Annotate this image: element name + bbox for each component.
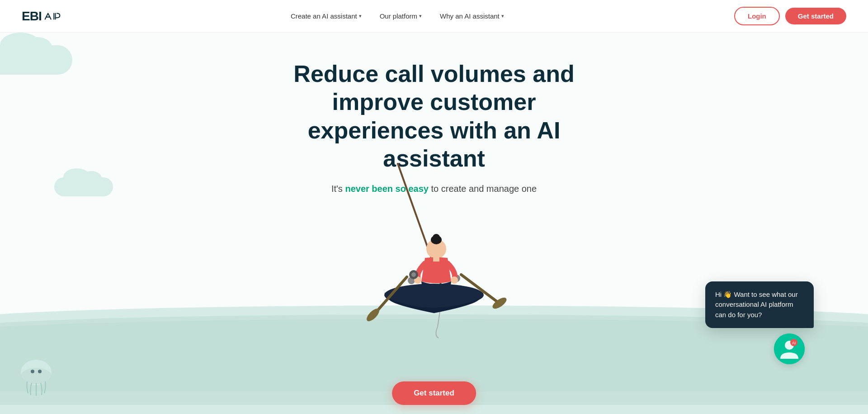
header: EBI Create an AI assistant ▾ Our platfor… [0, 0, 868, 33]
logo[interactable]: EBI [22, 9, 61, 24]
jellyfish-decoration [18, 358, 54, 400]
main-content: Reduce call volumes and improve customer… [0, 33, 868, 414]
header-actions: Login Get started [734, 7, 846, 25]
get-started-button[interactable]: Get started [785, 8, 846, 24]
logo-text: EBI [22, 9, 42, 24]
svg-point-27 [38, 370, 42, 373]
chat-bubble: Hi 👋 Want to see what our conversational… [705, 281, 814, 328]
logo-icon [44, 11, 61, 22]
svg-rect-15 [433, 257, 439, 262]
chevron-down-icon: ▾ [501, 13, 504, 19]
nav-create-ai-assistant[interactable]: Create an AI assistant ▾ [283, 9, 369, 24]
cta-area: Get started [392, 381, 476, 405]
hero-cta-button[interactable]: Get started [392, 381, 476, 405]
svg-point-26 [31, 370, 34, 373]
nav-our-platform[interactable]: Our platform ▾ [373, 9, 429, 24]
hero-illustration [339, 137, 529, 318]
svg-point-25 [21, 368, 52, 384]
nav-why-ai-assistant[interactable]: Why an AI assistant ▾ [433, 9, 511, 24]
chevron-down-icon: ▾ [359, 13, 362, 19]
svg-point-14 [433, 234, 440, 241]
main-nav: Create an AI assistant ▾ Our platform ▾ … [283, 9, 511, 24]
svg-point-17 [451, 276, 458, 284]
login-button[interactable]: Login [734, 7, 780, 25]
chevron-down-icon: ▾ [419, 13, 422, 19]
svg-text:AI: AI [792, 341, 796, 345]
chat-avatar[interactable]: AI [774, 333, 805, 364]
svg-point-19 [411, 272, 416, 277]
